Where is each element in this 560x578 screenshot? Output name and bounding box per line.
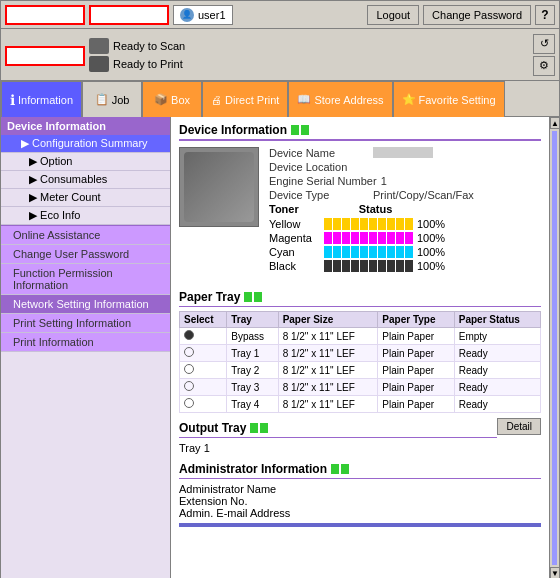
sidebar-item-print-setting[interactable]: Print Setting Information bbox=[1, 314, 170, 333]
device-serial-label: Engine Serial Number bbox=[269, 175, 377, 187]
radio-tray1[interactable] bbox=[184, 347, 194, 357]
sidebar-item-consumables[interactable]: ▶ Consumables bbox=[1, 171, 170, 189]
output-tray-value: Tray 1 bbox=[179, 442, 210, 454]
direct-icon: 🖨 bbox=[211, 94, 222, 106]
sidebar-item-meter-count[interactable]: ▶ Meter Count bbox=[1, 189, 170, 207]
radio-tray4[interactable] bbox=[184, 398, 194, 408]
sidebar-item-eco-info[interactable]: ▶ Eco Info bbox=[1, 207, 170, 225]
radio-tray2[interactable] bbox=[184, 364, 194, 374]
sidebar-item-option[interactable]: ▶ Option bbox=[1, 153, 170, 171]
sidebar-item-online-assistance[interactable]: Online Assistance bbox=[1, 226, 170, 245]
sidebar-section-device[interactable]: Device Information bbox=[1, 117, 170, 135]
scanner-icon bbox=[89, 38, 109, 54]
scan-status-label: Ready to Scan bbox=[113, 40, 185, 52]
status-tray2: Ready bbox=[454, 362, 540, 379]
sidebar-item-function-permission[interactable]: Function Permission Information bbox=[1, 264, 170, 295]
sidebar-item-change-password[interactable]: Change User Password bbox=[1, 245, 170, 264]
toner-bar-m10 bbox=[405, 232, 413, 244]
status-bypass: Empty bbox=[454, 328, 540, 345]
status-tray1: Ready bbox=[454, 345, 540, 362]
paper-table: Select Tray Paper Size Paper Type Paper … bbox=[179, 311, 541, 413]
scroll-up-button[interactable]: ▲ bbox=[550, 117, 560, 129]
toner-bar-y7 bbox=[378, 218, 386, 230]
device-location-label: Device Location bbox=[269, 161, 369, 173]
box-icon: 📦 bbox=[154, 93, 168, 106]
type-tray1: Plain Paper bbox=[378, 345, 454, 362]
option-label: ▶ Option bbox=[29, 155, 72, 167]
toner-black-name: Black bbox=[269, 260, 324, 272]
toner-cyan-bars bbox=[324, 246, 413, 258]
select-bypass[interactable] bbox=[180, 328, 227, 345]
tab-information-label: Information bbox=[18, 94, 73, 106]
size-bypass: 8 1/2" x 11" LEF bbox=[278, 328, 378, 345]
main-content: Device Information Device Name bbox=[171, 117, 549, 578]
admin-title: Administrator Information bbox=[179, 462, 327, 476]
toner-yellow-bars bbox=[324, 218, 413, 230]
change-password-label: Change User Password bbox=[13, 248, 129, 260]
device-name-value bbox=[373, 147, 433, 158]
radio-bypass[interactable] bbox=[184, 330, 194, 340]
logout-button[interactable]: Logout bbox=[367, 5, 419, 25]
select-tray1[interactable] bbox=[180, 345, 227, 362]
tab-job[interactable]: 📋 Job bbox=[82, 81, 142, 117]
toner-black-pct: 100% bbox=[417, 260, 445, 272]
radio-tray3[interactable] bbox=[184, 381, 194, 391]
sidebar-item-config-summary[interactable]: ▶ Configuration Summary bbox=[1, 135, 170, 153]
favorite-icon: ⭐ bbox=[402, 93, 416, 106]
settings-button[interactable]: ⚙ bbox=[533, 56, 555, 76]
output-green-seg-2 bbox=[260, 423, 268, 433]
toner-bar-c10 bbox=[405, 246, 413, 258]
paper-row-tray1: Tray 1 8 1/2" x 11" LEF Plain Paper Read… bbox=[180, 345, 541, 362]
size-tray3: 8 1/2" x 11" LEF bbox=[278, 379, 378, 396]
toner-bar-c7 bbox=[378, 246, 386, 258]
tab-store[interactable]: 📖 Store Address bbox=[288, 81, 392, 117]
scroll-thumb[interactable] bbox=[552, 131, 557, 565]
username-label: user1 bbox=[198, 9, 226, 21]
help-button[interactable]: ? bbox=[535, 5, 555, 25]
tab-direct[interactable]: 🖨 Direct Print bbox=[202, 81, 288, 117]
label-box-3 bbox=[5, 46, 85, 66]
toner-cyan-pct: 100% bbox=[417, 246, 445, 258]
toner-bar-k2 bbox=[333, 260, 341, 272]
type-tray2: Plain Paper bbox=[378, 362, 454, 379]
printer-icon bbox=[89, 56, 109, 72]
scroll-down-button[interactable]: ▼ bbox=[550, 567, 560, 578]
tray-1: Tray 1 bbox=[227, 345, 278, 362]
select-tray4[interactable] bbox=[180, 396, 227, 413]
toner-black-bars bbox=[324, 260, 413, 272]
tab-box[interactable]: 📦 Box bbox=[142, 81, 202, 117]
paper-row-bypass: Bypass 8 1/2" x 11" LEF Plain Paper Empt… bbox=[180, 328, 541, 345]
change-password-button[interactable]: Change Password bbox=[423, 5, 531, 25]
device-info-title: Device Information bbox=[179, 123, 287, 137]
tab-favorite-label: Favorite Setting bbox=[419, 94, 496, 106]
green-seg-1 bbox=[291, 125, 299, 135]
select-tray3[interactable] bbox=[180, 379, 227, 396]
toner-section: Toner Status Yellow bbox=[269, 203, 541, 272]
sidebar-item-print-information[interactable]: Print Information bbox=[1, 333, 170, 352]
toner-bar-k6 bbox=[369, 260, 377, 272]
paper-green-bar bbox=[244, 292, 262, 302]
toner-bar-m8 bbox=[387, 232, 395, 244]
toner-yellow-row: Yellow bbox=[269, 218, 541, 230]
type-tray3: Plain Paper bbox=[378, 379, 454, 396]
device-type-row: Device Type Print/Copy/Scan/Fax bbox=[269, 189, 541, 201]
select-tray2[interactable] bbox=[180, 362, 227, 379]
label-box-2 bbox=[89, 5, 169, 25]
detail-button[interactable]: Detail bbox=[497, 418, 541, 435]
toner-bar-y8 bbox=[387, 218, 395, 230]
network-setting-label: Network Setting Information bbox=[13, 298, 149, 310]
green-seg-2 bbox=[301, 125, 309, 135]
device-image-inner bbox=[184, 152, 254, 222]
toner-bar-y3 bbox=[342, 218, 350, 230]
sidebar-item-network-setting[interactable]: Network Setting Information bbox=[1, 295, 170, 314]
status-label: Status bbox=[359, 203, 393, 215]
paper-green-seg-1 bbox=[244, 292, 252, 302]
device-details: Device Name Device Location Engine Seria… bbox=[269, 147, 541, 280]
toner-bar-m9 bbox=[396, 232, 404, 244]
size-tray2: 8 1/2" x 11" LEF bbox=[278, 362, 378, 379]
admin-ext-label: Extension No. bbox=[179, 495, 541, 507]
tab-information[interactable]: ℹ Information bbox=[1, 81, 82, 117]
refresh-button[interactable]: ↺ bbox=[533, 34, 555, 54]
paper-table-header-row: Select Tray Paper Size Paper Type Paper … bbox=[180, 312, 541, 328]
tab-favorite[interactable]: ⭐ Favorite Setting bbox=[393, 81, 505, 117]
